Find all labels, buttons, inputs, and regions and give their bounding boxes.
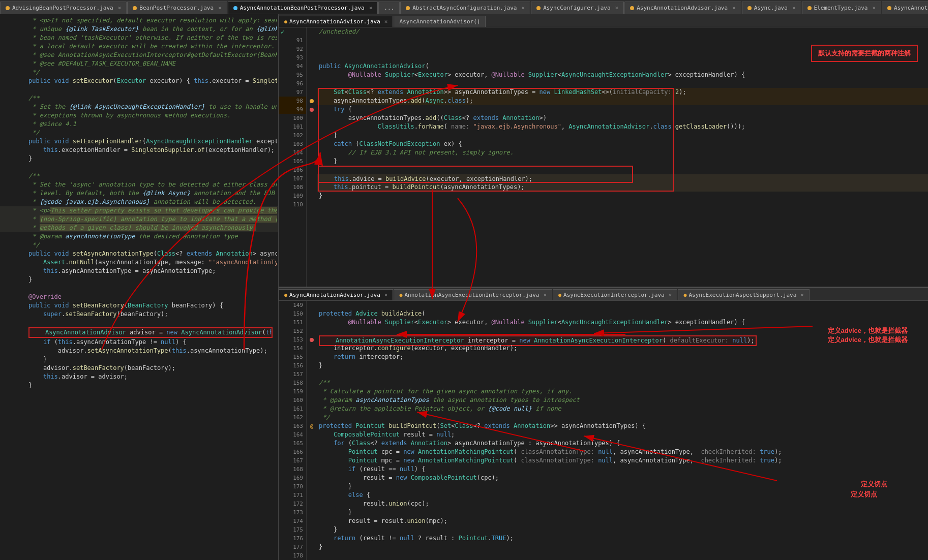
sub-tab-label-bottom4: AsyncExecutionAspectSupport.java bbox=[688, 292, 796, 298]
tab-label-asyncpost2: AsyncAnnotationBeanPostProcessor.java bbox=[894, 5, 928, 11]
tab-label-asyncanno: AsyncAnnotationBeanPostProcessor.java bbox=[240, 5, 365, 11]
sub-tab-asyncadvisor-top[interactable]: ● AsyncAnnotationAdvisor.java × bbox=[279, 16, 393, 27]
tab-icon-asyncpost2 bbox=[887, 6, 891, 10]
code-line-151: @Nullable Supplier<Executor> executor, @… bbox=[317, 318, 928, 327]
tab-asyncanno[interactable]: AsyncAnnotationBeanPostProcessor.java × bbox=[228, 2, 378, 14]
tab-label-asyncadvisor: AsyncAnnotationAdvisor.java bbox=[637, 5, 728, 11]
tab-label-beanpost: BeanPostProcessor.java bbox=[139, 5, 214, 11]
code-line: this.exceptionHandler = SingletonSupplie… bbox=[0, 146, 278, 154]
code-line-164: ComposablePointcut result = null; bbox=[317, 430, 928, 439]
annotation-define-pointcut-label: 定义切点 bbox=[861, 480, 887, 489]
top-sub-tabs: ● AsyncAnnotationAdvisor.java × AsyncAnn… bbox=[279, 14, 928, 27]
sub-tab-label-asyncadvisor: AsyncAnnotationAdvisor.java bbox=[289, 18, 380, 25]
code-line-168: if (result == null) { bbox=[317, 465, 928, 474]
code-line bbox=[0, 284, 278, 293]
code-line: /** bbox=[0, 94, 278, 103]
code-line-103: } bbox=[317, 131, 928, 140]
sub-tab-annotationasync[interactable]: ● AnnotationAsyncExecutionInterceptor.ja… bbox=[394, 289, 552, 300]
tab-abstractasync[interactable]: AbstractAsyncConfiguration.java × bbox=[400, 2, 530, 14]
code-line: public void setAsyncAnnotationType(Class… bbox=[0, 250, 278, 258]
tab-close-abstractasync[interactable]: × bbox=[522, 5, 525, 11]
code-line-166: Pointcut cpc = new AnnotationMatchingPoi… bbox=[317, 448, 928, 456]
code-line bbox=[0, 163, 278, 172]
code-line: * exceptions thrown by asynchronous meth… bbox=[0, 111, 278, 120]
code-line: */ bbox=[0, 129, 278, 137]
tab-close-async[interactable]: × bbox=[792, 5, 796, 11]
tab-close-asyncconfigurer[interactable]: × bbox=[615, 5, 619, 11]
tab-close-elementtype[interactable]: × bbox=[872, 5, 876, 11]
sub-tab-asyncexecution[interactable]: ● AsyncExecutionInterceptor.java × bbox=[553, 289, 677, 300]
sub-tab-asyncadvisor-bottom[interactable]: ● AsyncAnnotationAdvisor.java × bbox=[279, 289, 393, 300]
code-line-109: this.pointcut = buildPointcut(asyncAnnot… bbox=[317, 183, 928, 192]
code-line-110: } bbox=[317, 192, 928, 200]
code-line-155: return interceptor; bbox=[317, 353, 928, 361]
tab-icon-asyncadvisor bbox=[630, 6, 634, 10]
code-line: super.setBeanFactory(beanFactory); bbox=[0, 310, 278, 319]
code-line: advisor.setBeanFactory(beanFactory); bbox=[0, 364, 278, 372]
code-line-159: * Calculate a pointcut for the given asy… bbox=[317, 387, 928, 396]
tab-close-asyncanno[interactable]: × bbox=[369, 5, 373, 11]
tab-asyncconfigurer[interactable]: AsyncConfigurer.java × bbox=[531, 2, 624, 14]
tab-icon-asyncconfigurer bbox=[536, 6, 541, 10]
tab-close-advising[interactable]: × bbox=[118, 5, 122, 11]
tab-icon-asyncanno bbox=[233, 6, 237, 10]
code-line: * (non-Spring-specific) annotation type … bbox=[0, 215, 278, 224]
tab-label-async: Async.java bbox=[754, 5, 788, 11]
tab-async[interactable]: Async.java × bbox=[742, 2, 801, 14]
code-line-96: @Nullable Supplier<Executor> executor, @… bbox=[317, 71, 928, 79]
code-line-107 bbox=[317, 166, 928, 174]
code-line: * bean named 'taskExecutor' otherwise. I… bbox=[0, 34, 278, 42]
code-line-160: * @param asyncAnnotationTypes the async … bbox=[317, 396, 928, 405]
code-line: } bbox=[0, 381, 278, 390]
tab-close-beanpost[interactable]: × bbox=[218, 5, 222, 11]
code-line-101: asyncAnnotationTypes.add((Class<? extend… bbox=[317, 114, 928, 122]
code-line-95: public AsyncAnnotationAdvisor( bbox=[317, 62, 928, 71]
left-panel: * <p>If not specified, default executor … bbox=[0, 14, 279, 560]
code-line-167: Pointcut mpc = new AnnotationMatchingPoi… bbox=[317, 456, 928, 465]
right-panel: ● AsyncAnnotationAdvisor.java × AsyncAnn… bbox=[279, 14, 928, 560]
code-line-163: protected Pointcut buildPointcut(Set<Cla… bbox=[317, 422, 928, 430]
tab-label-ellipsis: ... bbox=[384, 5, 394, 11]
code-line: * Set the 'async' annotation type to be … bbox=[0, 180, 278, 189]
code-line: * a local default executor will be creat… bbox=[0, 42, 278, 51]
code-line-177: } bbox=[317, 543, 928, 551]
code-line-97 bbox=[317, 79, 928, 88]
code-line: public void setBeanFactory(BeanFactory b… bbox=[0, 301, 278, 310]
code-line-169: result = new ComposablePointcut(cpc); bbox=[317, 474, 928, 482]
code-line: * methods of a given class) should be in… bbox=[0, 224, 278, 232]
code-line: } bbox=[0, 154, 278, 163]
tab-close-asyncadvisor[interactable]: × bbox=[732, 5, 736, 11]
tab-asyncadvisor[interactable]: AsyncAnnotationAdvisor.java × bbox=[624, 2, 741, 14]
code-line: * level. By default, both the {@link Asy… bbox=[0, 189, 278, 198]
code-line-157 bbox=[317, 370, 928, 379]
sub-tab-asyncaspect[interactable]: ● AsyncExecutionAspectSupport.java × bbox=[678, 289, 810, 300]
code-line: */ bbox=[0, 68, 278, 77]
bottom-right-panel: ● AsyncAnnotationAdvisor.java × ● Annota… bbox=[279, 287, 928, 560]
code-line: */ bbox=[0, 241, 278, 250]
tab-beanpost[interactable]: BeanPostProcessor.java × bbox=[127, 2, 227, 14]
left-code-panel[interactable]: * <p>If not specified, default executor … bbox=[0, 14, 278, 560]
code-line: /** bbox=[0, 172, 278, 180]
code-line: this.asyncAnnotationType = asyncAnnotati… bbox=[0, 267, 278, 275]
main-container: * <p>If not specified, default executor … bbox=[0, 14, 928, 560]
code-line-161: * @return the applicable Pointcut object… bbox=[317, 405, 928, 413]
code-line-171: else { bbox=[317, 491, 928, 500]
code-line-149 bbox=[317, 301, 928, 309]
code-line-165: for (Class<? extends Annotation> asyncAn… bbox=[317, 439, 928, 448]
code-line: advisor.setAsyncAnnotationType(this.asyn… bbox=[0, 347, 278, 355]
code-line-150: protected Advice buildAdvice( bbox=[317, 309, 928, 318]
sub-tab-asyncadvisor-method[interactable]: AsyncAnnotationAdvisor() bbox=[394, 16, 486, 27]
tab-ellipsis[interactable]: ... bbox=[378, 2, 400, 14]
tab-elementtype[interactable]: ElementType.java × bbox=[802, 2, 882, 14]
tab-advising[interactable]: AdvisingBeanPostProcessor.java × bbox=[0, 2, 127, 14]
code-line: * {@code javax.ejb.Asynchronous} annotat… bbox=[0, 198, 278, 206]
code-line-158: /** bbox=[317, 379, 928, 387]
app-container: AdvisingBeanPostProcessor.java × BeanPos… bbox=[0, 0, 928, 560]
red-box-line: AsyncAnnotationAdvisor advisor = new Asy… bbox=[0, 327, 278, 338]
code-line-106: } bbox=[317, 157, 928, 166]
annotation-define-pointcut: 定义切点 bbox=[851, 490, 877, 499]
code-line-156: } bbox=[317, 361, 928, 370]
tab-asyncpost2[interactable]: AsyncAnnotationBeanPostProcessor.java × bbox=[882, 2, 928, 14]
code-line: * unique {@link TaskExecutor} bean in th… bbox=[0, 25, 278, 34]
code-line-108: this.advice = buildAdvice(executor, exce… bbox=[317, 174, 928, 183]
